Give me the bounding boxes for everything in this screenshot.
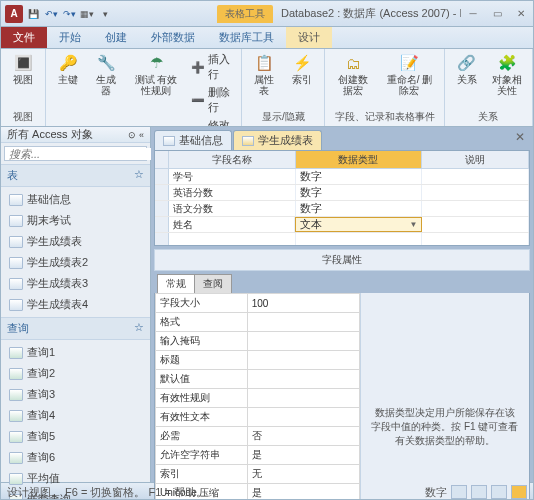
view-datasheet-icon[interactable] <box>451 485 467 499</box>
description-cell[interactable] <box>422 185 529 200</box>
property-row[interactable]: 索引无 <box>156 465 360 484</box>
property-value[interactable] <box>247 408 359 427</box>
nav-item-query[interactable]: 查询5 <box>1 426 150 447</box>
col-description[interactable]: 说明 <box>422 151 529 168</box>
restore-button[interactable]: ▭ <box>485 5 509 23</box>
field-name-cell[interactable]: 英语分数 <box>169 185 296 200</box>
qat-icon[interactable]: ▾ <box>97 6 113 22</box>
dependencies-button[interactable]: 🧩对象相关性 <box>489 51 526 98</box>
datatype-cell[interactable]: 数字 <box>296 201 423 216</box>
property-row[interactable]: 必需否 <box>156 427 360 446</box>
view-pivot-icon[interactable] <box>471 485 487 499</box>
view-button[interactable]: 🔳视图 <box>7 51 39 87</box>
property-value[interactable] <box>247 351 359 370</box>
redo-icon[interactable]: ↷▾ <box>61 6 77 22</box>
property-value[interactable] <box>247 370 359 389</box>
property-value[interactable]: 否 <box>247 427 359 446</box>
col-fieldname[interactable]: 字段名称 <box>169 151 296 168</box>
property-value[interactable]: 是 <box>247 484 359 501</box>
proptab-general[interactable]: 常规 <box>157 274 195 293</box>
field-name-cell[interactable]: 语文分数 <box>169 201 296 216</box>
save-icon[interactable]: 💾 <box>25 6 41 22</box>
indexes-button[interactable]: ⚡索引 <box>286 51 318 87</box>
dropdown-icon[interactable]: ▼ <box>409 220 417 229</box>
grid-row[interactable]: 语文分数数字 <box>155 201 529 217</box>
nav-item-table[interactable]: 学生成绩表2 <box>1 252 150 273</box>
tab-create[interactable]: 创建 <box>93 27 139 48</box>
propertysheet-button[interactable]: 📋属性表 <box>248 51 280 98</box>
col-datatype[interactable]: 数据类型 <box>296 151 423 168</box>
tab-close-button[interactable]: ✕ <box>510 130 530 150</box>
description-cell[interactable] <box>422 201 529 216</box>
nav-item-query[interactable]: 查询3 <box>1 384 150 405</box>
nav-item-table[interactable]: 学生成绩表 <box>1 231 150 252</box>
tab-dbtools[interactable]: 数据库工具 <box>207 27 286 48</box>
property-grid[interactable]: 字段大小100格式输入掩码标题默认值有效性规则有效性文本必需否允许空字符串是索引… <box>155 293 361 500</box>
search-box[interactable]: 🔍 <box>4 146 147 161</box>
tab-file[interactable]: 文件 <box>1 27 47 48</box>
view-chart-icon[interactable] <box>491 485 507 499</box>
view-design-icon[interactable] <box>511 485 527 499</box>
property-row[interactable]: 格式 <box>156 313 360 332</box>
row-selector[interactable] <box>155 201 169 216</box>
property-value[interactable]: 是 <box>247 446 359 465</box>
primarykey-button[interactable]: 🔑主键 <box>52 51 84 87</box>
property-value[interactable]: 无 <box>247 465 359 484</box>
grid-row[interactable]: 姓名文本▼ <box>155 217 529 233</box>
grid-row[interactable]: 学号数字 <box>155 169 529 185</box>
testrules-button[interactable]: ☂测试 有效性规则 <box>128 51 184 98</box>
tab-home[interactable]: 开始 <box>47 27 93 48</box>
search-input[interactable] <box>5 148 152 160</box>
property-value[interactable] <box>247 332 359 351</box>
doc-tab-active[interactable]: 学生成绩表 <box>233 130 322 150</box>
nav-header[interactable]: 所有 Access 对象⊙ « <box>1 127 150 143</box>
description-cell[interactable] <box>422 169 529 184</box>
description-cell[interactable] <box>422 217 529 232</box>
nav-group-queries[interactable]: 查询☆ <box>1 317 150 340</box>
tab-design[interactable]: 设计 <box>286 27 332 48</box>
property-row[interactable]: 有效性文本 <box>156 408 360 427</box>
insertrow-button[interactable]: ➕插入行 <box>190 51 235 83</box>
modifylookup-button[interactable]: 🔍修改查阅 <box>190 117 235 127</box>
field-name-cell[interactable]: 姓名 <box>169 217 295 232</box>
close-button[interactable]: ✕ <box>509 5 533 23</box>
app-icon[interactable]: A <box>5 5 23 23</box>
property-row[interactable]: 字段大小100 <box>156 294 360 313</box>
property-row[interactable]: 允许空字符串是 <box>156 446 360 465</box>
nav-item-query[interactable]: 查询6 <box>1 447 150 468</box>
nav-item-query[interactable]: 查询4 <box>1 405 150 426</box>
nav-item-table[interactable]: 期末考试 <box>1 210 150 231</box>
field-name-cell[interactable]: 学号 <box>169 169 296 184</box>
nav-group-tables[interactable]: 表☆ <box>1 164 150 187</box>
proptab-lookup[interactable]: 查阅 <box>194 274 232 293</box>
row-selector[interactable] <box>155 185 169 200</box>
undo-icon[interactable]: ↶▾ <box>43 6 59 22</box>
nav-item-table[interactable]: 基础信息 <box>1 189 150 210</box>
property-row[interactable]: 有效性规则 <box>156 389 360 408</box>
qat-icon[interactable]: ▦▾ <box>79 6 95 22</box>
property-value[interactable] <box>247 389 359 408</box>
nav-item-table[interactable]: 学生成绩表3 <box>1 273 150 294</box>
doc-tab[interactable]: 基础信息 <box>154 130 232 150</box>
builder-button[interactable]: 🔧生成器 <box>90 51 122 98</box>
relationships-button[interactable]: 🔗关系 <box>451 51 483 87</box>
property-row[interactable]: 输入掩码 <box>156 332 360 351</box>
datatype-cell[interactable]: 文本▼ <box>295 217 422 232</box>
nav-item-table[interactable]: 学生成绩表4 <box>1 294 150 315</box>
chevron-down-icon[interactable]: ⊙ « <box>128 130 144 140</box>
grid-row-empty[interactable] <box>155 233 529 246</box>
property-value[interactable] <box>247 313 359 332</box>
property-value[interactable]: 100 <box>247 294 359 313</box>
datatype-cell[interactable]: 数字 <box>296 169 423 184</box>
nav-item-query[interactable]: 查询2 <box>1 363 150 384</box>
datatype-cell[interactable]: 数字 <box>296 185 423 200</box>
property-row[interactable]: 标题 <box>156 351 360 370</box>
tab-extdata[interactable]: 外部数据 <box>139 27 207 48</box>
property-row[interactable]: 默认值 <box>156 370 360 389</box>
row-selector[interactable] <box>155 169 169 184</box>
minimize-button[interactable]: ─ <box>461 5 485 23</box>
datamacro-button[interactable]: 🗂创建数据宏 <box>331 51 375 98</box>
grid-row[interactable]: 英语分数数字 <box>155 185 529 201</box>
renamemacro-button[interactable]: 📝重命名/ 删除宏 <box>381 51 437 98</box>
deleterow-button[interactable]: ➖删除行 <box>190 84 235 116</box>
